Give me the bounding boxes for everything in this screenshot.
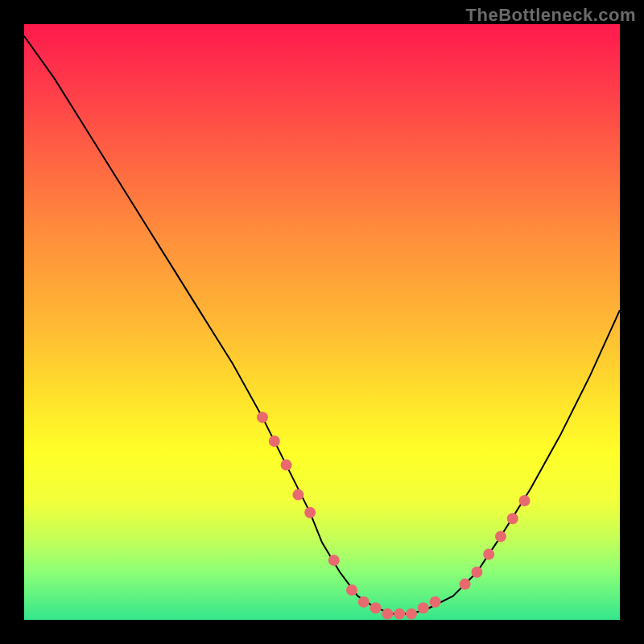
curve-marker [460, 579, 471, 590]
curve-marker [358, 597, 369, 608]
curve-marker [269, 436, 280, 447]
curve-marker [418, 602, 429, 613]
curve-marker [292, 489, 303, 501]
curve-marker [495, 530, 506, 542]
curve-marker [346, 584, 357, 596]
curve-layer [24, 24, 620, 620]
curve-marker [370, 602, 382, 613]
watermark-text: TheBottleneck.com [466, 5, 636, 26]
curve-marker [430, 597, 441, 608]
curve-marker [281, 460, 292, 471]
plot-area [24, 24, 620, 620]
curve-marker [257, 411, 268, 423]
curve-marker [394, 609, 405, 620]
curve-markers [257, 411, 530, 619]
chart-frame: TheBottleneck.com [0, 0, 644, 644]
curve-marker [471, 567, 482, 578]
curve-marker [507, 513, 518, 524]
curve-marker [328, 555, 340, 566]
curve-marker [406, 609, 417, 620]
curve-marker [519, 495, 530, 506]
curve-marker [483, 549, 494, 560]
bottleneck-curve [24, 36, 620, 614]
curve-marker [304, 507, 316, 518]
curve-marker [382, 609, 393, 620]
